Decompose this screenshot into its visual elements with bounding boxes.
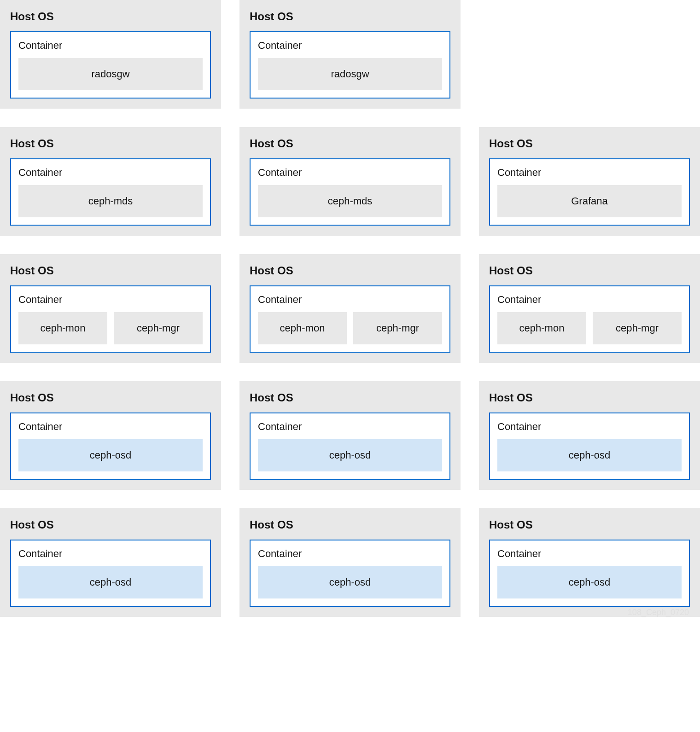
container-box: Containerceph-osd — [10, 412, 211, 480]
service-box: ceph-mds — [258, 185, 442, 217]
services-row: radosgw — [258, 58, 442, 90]
container-label: Container — [497, 167, 682, 179]
container-box: Containerceph-osd — [489, 540, 690, 607]
diagram-row: Host OSContainerceph-mdsHost OSContainer… — [0, 127, 700, 236]
container-box: Containerceph-monceph-mgr — [250, 285, 450, 353]
service-box: Grafana — [497, 185, 682, 217]
service-box: ceph-osd — [497, 566, 682, 598]
service-box: ceph-mgr — [114, 312, 203, 344]
host-label: Host OS — [489, 518, 690, 531]
host-label: Host OS — [10, 10, 211, 23]
service-box: ceph-mon — [497, 312, 586, 344]
container-label: Container — [18, 294, 203, 306]
container-box: Containerradosgw — [250, 31, 450, 99]
host-box: Host OSContainerceph-mds — [239, 127, 461, 236]
container-label: Container — [497, 294, 682, 306]
service-box: ceph-osd — [258, 439, 442, 471]
container-box: Containerceph-osd — [250, 412, 450, 480]
host-box: Host OSContainerceph-monceph-mgr — [479, 254, 700, 363]
host-label: Host OS — [10, 391, 211, 404]
container-box: Containerceph-osd — [489, 412, 690, 480]
container-label: Container — [18, 548, 203, 560]
service-box: ceph-mgr — [353, 312, 442, 344]
empty-slot — [479, 0, 700, 109]
container-box: ContainerGrafana — [489, 158, 690, 226]
host-label: Host OS — [489, 391, 690, 404]
service-box: ceph-mon — [18, 312, 107, 344]
container-box: Containerceph-osd — [10, 540, 211, 607]
container-label: Container — [258, 548, 442, 560]
host-box: Host OSContainerceph-osd — [479, 508, 700, 617]
host-label: Host OS — [489, 137, 690, 150]
container-box: Containerradosgw — [10, 31, 211, 99]
services-row: ceph-osd — [18, 566, 203, 598]
host-box: Host OSContainerceph-osd — [479, 381, 700, 490]
host-label: Host OS — [250, 264, 450, 277]
diagram-row: Host OSContainerceph-osdHost OSContainer… — [0, 381, 700, 490]
container-box: Containerceph-mds — [10, 158, 211, 226]
diagram-row: Host OSContainerradosgwHost OSContainerr… — [0, 0, 700, 109]
service-box: radosgw — [258, 58, 442, 90]
services-row: ceph-mds — [258, 185, 442, 217]
container-label: Container — [497, 421, 682, 433]
host-box: Host OSContainerceph-monceph-mgr — [239, 254, 461, 363]
services-row: ceph-osd — [258, 566, 442, 598]
container-box: Containerceph-monceph-mgr — [489, 285, 690, 353]
container-label: Container — [258, 40, 442, 52]
service-box: radosgw — [18, 58, 203, 90]
host-box: Host OSContainerceph-monceph-mgr — [0, 254, 221, 363]
container-label: Container — [497, 548, 682, 560]
diagram-row: Host OSContainerceph-monceph-mgrHost OSC… — [0, 254, 700, 363]
container-label: Container — [18, 421, 203, 433]
services-row: ceph-monceph-mgr — [258, 312, 442, 344]
host-label: Host OS — [250, 518, 450, 531]
host-label: Host OS — [10, 264, 211, 277]
host-box: Host OSContainerceph-osd — [239, 508, 461, 617]
service-box: ceph-mgr — [593, 312, 682, 344]
services-row: ceph-osd — [258, 439, 442, 471]
diagram-row: Host OSContainerceph-osdHost OSContainer… — [0, 508, 700, 617]
host-label: Host OS — [250, 10, 450, 23]
services-row: Grafana — [497, 185, 682, 217]
services-row: ceph-osd — [497, 566, 682, 598]
host-label: Host OS — [250, 137, 450, 150]
host-label: Host OS — [489, 264, 690, 277]
host-box: Host OSContainerceph-osd — [239, 381, 461, 490]
services-row: ceph-monceph-mgr — [18, 312, 203, 344]
services-row: ceph-monceph-mgr — [497, 312, 682, 344]
container-box: Containerceph-mds — [250, 158, 450, 226]
service-box: ceph-osd — [18, 439, 203, 471]
container-box: Containerceph-monceph-mgr — [10, 285, 211, 353]
service-box: ceph-mon — [258, 312, 347, 344]
host-box: Host OSContainerceph-osd — [0, 508, 221, 617]
host-box: Host OSContainerradosgw — [239, 0, 461, 109]
architecture-diagram: Host OSContainerradosgwHost OSContainerr… — [0, 0, 700, 617]
host-box: Host OSContainerceph-mds — [0, 127, 221, 236]
service-box: ceph-osd — [18, 566, 203, 598]
host-box: Host OSContainerradosgw — [0, 0, 221, 109]
container-label: Container — [258, 421, 442, 433]
service-box: ceph-osd — [497, 439, 682, 471]
host-box: Host OSContainerceph-osd — [0, 381, 221, 490]
service-box: ceph-osd — [258, 566, 442, 598]
host-label: Host OS — [10, 137, 211, 150]
services-row: radosgw — [18, 58, 203, 90]
container-label: Container — [18, 40, 203, 52]
services-row: ceph-osd — [18, 439, 203, 471]
host-box: Host OSContainerGrafana — [479, 127, 700, 236]
services-row: ceph-osd — [497, 439, 682, 471]
host-label: Host OS — [10, 518, 211, 531]
service-box: ceph-mds — [18, 185, 203, 217]
container-label: Container — [258, 294, 442, 306]
container-box: Containerceph-osd — [250, 540, 450, 607]
container-label: Container — [18, 167, 203, 179]
host-label: Host OS — [250, 391, 450, 404]
services-row: ceph-mds — [18, 185, 203, 217]
container-label: Container — [258, 167, 442, 179]
